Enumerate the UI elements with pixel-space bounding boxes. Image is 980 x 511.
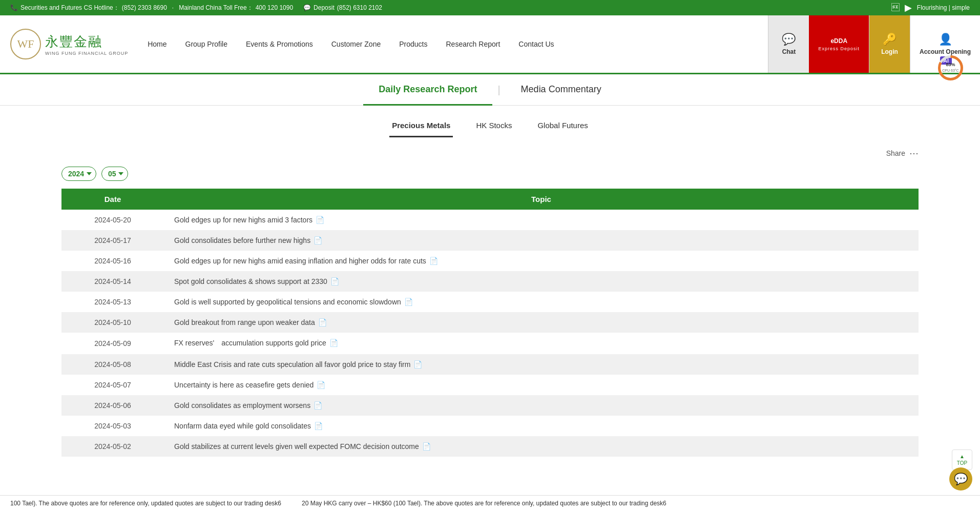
cpu-ring: 83% CPU 63°C — [936, 54, 965, 82]
table-row[interactable]: 2024-05-08Middle East Crisis and rate cu… — [61, 354, 919, 375]
cpu-ring-svg: 83% CPU 63°C — [936, 54, 965, 82]
table-cell-topic[interactable]: Middle East Crisis and rate cuts specula… — [164, 354, 919, 375]
topic-link[interactable]: Gold edges up for new highs amid easing … — [174, 257, 426, 265]
topic-link[interactable]: Middle East Crisis and rate cuts specula… — [174, 360, 410, 369]
table-row[interactable]: 2024-05-06Gold consolidates as employmen… — [61, 395, 919, 416]
chat-label: Chat — [782, 48, 796, 55]
table-cell-date: 2024-05-09 — [61, 333, 164, 354]
topic-link[interactable]: Spot gold consolidates & shows support a… — [174, 277, 327, 285]
top-label: TOP — [957, 460, 967, 466]
table-cell-date: 2024-05-17 — [61, 230, 164, 251]
year-select[interactable]: 2024 2023 2022 2021 — [61, 167, 96, 181]
nav-events-promotions[interactable]: Events & Promotions — [237, 15, 322, 73]
edda-sub: Express Deposit — [818, 46, 860, 51]
table-cell-topic[interactable]: Gold stabilizes at current levels given … — [164, 436, 919, 457]
data-table: Date Topic 2024-05-20Gold edges up for n… — [61, 189, 919, 457]
pdf-icon[interactable]: 📄 — [404, 298, 413, 306]
table-row[interactable]: 2024-05-17Gold consolidates before furth… — [61, 230, 919, 251]
logo-emblem: WF — [10, 29, 41, 59]
table-cell-topic[interactable]: Gold is well supported by geopolitical t… — [164, 292, 919, 312]
pdf-icon[interactable]: 📄 — [314, 401, 322, 410]
topic-link[interactable]: FX reserves' accumulation supports gold … — [174, 339, 326, 347]
table-cell-topic[interactable]: Gold breakout from range upon weaker dat… — [164, 312, 919, 333]
tab-media-commentary[interactable]: Media Commentary — [506, 75, 617, 106]
table-cell-topic[interactable]: Gold consolidates as employment worsens📄 — [164, 395, 919, 416]
pdf-icon[interactable]: 📄 — [413, 360, 422, 369]
pdf-icon[interactable]: 📄 — [318, 318, 327, 326]
subtab-global-futures[interactable]: Global Futures — [535, 116, 590, 137]
table-row[interactable]: 2024-05-09FX reserves' accumulation supp… — [61, 333, 919, 354]
table-header-row: Date Topic — [61, 189, 919, 210]
topic-link[interactable]: Gold edges up for new highs amid 3 facto… — [174, 216, 312, 224]
topic-link[interactable]: Uncertainty is here as ceasefire gets de… — [174, 381, 314, 389]
hotline-number: (852) 2303 8690 — [122, 4, 167, 11]
table-row[interactable]: 2024-05-20Gold edges up for new highs am… — [61, 210, 919, 230]
share-bar: Share ⋯ — [0, 142, 980, 164]
topic-link[interactable]: Gold is well supported by geopolitical t… — [174, 298, 401, 306]
login-icon: 🔑 — [883, 33, 896, 46]
hotline-item: 📞 Securities and Futures CS Hotline： (85… — [10, 4, 293, 12]
table-cell-date: 2024-05-06 — [61, 395, 164, 416]
topic-link[interactable]: Nonfarm data eyed while gold consolidate… — [174, 422, 311, 430]
tab-separator: | — [497, 84, 500, 96]
phone-icon: 📞 — [10, 4, 18, 11]
table-cell-topic[interactable]: Uncertainty is here as ceasefire gets de… — [164, 375, 919, 395]
nav-contact-us[interactable]: Contact Us — [509, 15, 563, 73]
table-row[interactable]: 2024-05-07Uncertainty is here as ceasefi… — [61, 375, 919, 395]
nav-products[interactable]: Products — [390, 15, 436, 73]
subtab-hk-stocks[interactable]: HK Stocks — [473, 116, 514, 137]
nav-research-report[interactable]: Research Report — [436, 15, 509, 73]
back-to-top-button[interactable]: ▲ TOP — [952, 449, 972, 467]
table-row[interactable]: 2024-05-02Gold stabilizes at current lev… — [61, 436, 919, 457]
table-cell-topic[interactable]: FX reserves' accumulation supports gold … — [164, 333, 919, 354]
edda-logo: eDDA — [830, 37, 847, 44]
table-row[interactable]: 2024-05-16Gold edges up for new highs am… — [61, 251, 919, 271]
logo[interactable]: WF 永豐金融 WING FUNG FINANCIAL GROUP — [10, 29, 128, 59]
facebook-icon[interactable]:  — [891, 3, 900, 12]
social-area:  ▶ Flourishing | simple — [891, 2, 970, 13]
table-cell-topic[interactable]: Gold edges up for new highs amid easing … — [164, 251, 919, 271]
pdf-icon[interactable]: 📄 — [316, 216, 324, 224]
topic-link[interactable]: Gold breakout from range upon weaker dat… — [174, 318, 315, 326]
svg-text:CPU 63°C: CPU 63°C — [942, 69, 958, 72]
month-select[interactable]: 01020304 05060708 09101112 — [101, 167, 128, 181]
pdf-icon[interactable]: 📄 — [317, 381, 325, 389]
pdf-icon[interactable]: 📄 — [329, 339, 338, 347]
table-row[interactable]: 2024-05-03Nonfarm data eyed while gold c… — [61, 416, 919, 436]
pdf-icon[interactable]: 📄 — [314, 236, 322, 244]
table-row[interactable]: 2024-05-10Gold breakout from range upon … — [61, 312, 919, 333]
logo-text-block: 永豐金融 WING FUNG FINANCIAL GROUP — [45, 33, 128, 56]
youtube-icon[interactable]: ▶ — [905, 2, 912, 13]
deposit-number: (852) 6310 2102 — [337, 4, 382, 11]
table-row[interactable]: 2024-05-13Gold is well supported by geop… — [61, 292, 919, 312]
subtab-precious-metals[interactable]: Precious Metals — [389, 116, 453, 137]
edda-text: eDDA — [830, 37, 847, 45]
table-cell-topic[interactable]: Gold consolidates before further new hig… — [164, 230, 919, 251]
chat-button[interactable]: 💬 Chat — [768, 15, 809, 73]
tab-daily-research[interactable]: Daily Research Report — [363, 75, 492, 106]
nav-home[interactable]: Home — [138, 15, 176, 73]
table-cell-topic[interactable]: Spot gold consolidates & shows support a… — [164, 271, 919, 292]
table-cell-topic[interactable]: Gold edges up for new highs amid 3 facto… — [164, 210, 919, 230]
col-topic: Topic — [164, 189, 919, 210]
share-icon[interactable]: ⋯ — [909, 148, 919, 159]
nav-group-profile[interactable]: Group Profile — [176, 15, 237, 73]
pdf-icon[interactable]: 📄 — [330, 277, 339, 285]
float-top-area: ▲ TOP — [952, 449, 972, 467]
login-button[interactable]: 🔑 Login — [869, 15, 910, 73]
nav-customer-zone[interactable]: Customer Zone — [322, 15, 390, 73]
edda-button[interactable]: eDDA Express Deposit — [809, 15, 869, 73]
topic-link[interactable]: Gold consolidates as employment worsens — [174, 401, 310, 410]
pdf-icon[interactable]: 📄 — [429, 257, 438, 265]
pdf-icon[interactable]: 📄 — [314, 422, 323, 430]
table-cell-date: 2024-05-10 — [61, 312, 164, 333]
table-cell-date: 2024-05-16 — [61, 251, 164, 271]
whatsapp-icon: 💬 — [303, 4, 311, 11]
pdf-icon[interactable]: 📄 — [422, 442, 431, 451]
topic-link[interactable]: Gold consolidates before further new hig… — [174, 236, 310, 244]
account-icon: 👤 — [939, 33, 952, 46]
topic-link[interactable]: Gold stabilizes at current levels given … — [174, 442, 419, 451]
table-row[interactable]: 2024-05-14Spot gold consolidates & shows… — [61, 271, 919, 292]
table-cell-date: 2024-05-13 — [61, 292, 164, 312]
table-cell-topic[interactable]: Nonfarm data eyed while gold consolidate… — [164, 416, 919, 436]
